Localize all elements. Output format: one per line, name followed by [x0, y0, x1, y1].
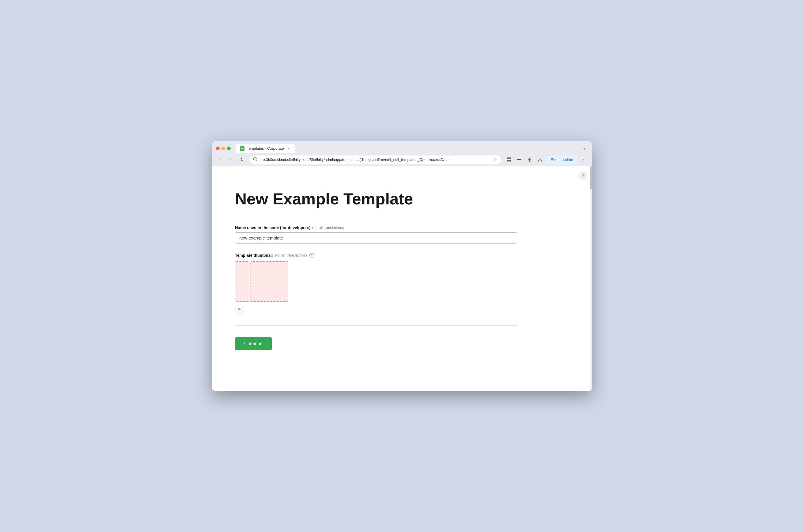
extensions-button[interactable] — [505, 155, 513, 164]
continue-button[interactable]: Continue — [235, 337, 272, 350]
tab-list-expand[interactable]: ∨ — [580, 145, 588, 153]
address-bar: ← → ↻ pro.3b0ce.cloud.sitefinity.com/Sit… — [212, 153, 592, 166]
finish-update-button[interactable]: Finish update — [546, 155, 578, 164]
svg-rect-6 — [517, 158, 521, 158]
new-tab-button[interactable]: + — [297, 145, 305, 153]
thumbnail-label: Template thumbnail (for all translations… — [235, 253, 517, 258]
scrollbar-thumb[interactable] — [590, 166, 592, 189]
page-title: New Example Template — [235, 189, 569, 208]
url-bar[interactable]: pro.3b0ce.cloud.sitefinity.com/Sitefinit… — [249, 155, 502, 164]
code-name-input[interactable] — [235, 232, 517, 244]
svg-rect-2 — [507, 157, 508, 159]
browser-window: Templates - Corporate × + ∨ ← → ↻ pro.3b… — [212, 141, 592, 391]
thumbnail-help-icon[interactable]: ? — [309, 253, 315, 258]
minimize-traffic-light[interactable] — [221, 147, 225, 150]
dialog-close-button[interactable]: × — [578, 171, 587, 180]
form-section: Name used in the code (for developers) (… — [235, 225, 517, 350]
edit-thumbnail-button[interactable]: ✏ — [235, 305, 244, 314]
tab-close-button[interactable]: × — [286, 146, 291, 151]
svg-rect-0 — [240, 147, 244, 150]
code-name-secondary: (for all translations) — [312, 225, 344, 230]
close-traffic-light[interactable] — [216, 147, 220, 150]
browser-menu-button[interactable]: ⋮ — [579, 155, 588, 164]
toolbar-actions: Finish update ⋮ — [505, 155, 588, 164]
svg-rect-8 — [517, 160, 521, 161]
page-wrapper: × New Example Template Name used in the … — [212, 166, 592, 391]
profile-button[interactable] — [536, 155, 544, 164]
bookmark-icon[interactable]: ☆ — [493, 157, 497, 162]
code-name-label: Name used in the code (for developers) (… — [235, 225, 517, 230]
page-content: × New Example Template Name used in the … — [212, 166, 592, 391]
svg-rect-4 — [507, 160, 508, 162]
thumbnail-small-preview — [235, 261, 249, 302]
thumbnail-container — [235, 261, 517, 302]
forward-button[interactable]: → — [227, 155, 235, 164]
back-button[interactable]: ← — [216, 155, 224, 164]
thumbnail-section: Template thumbnail (for all translations… — [235, 253, 517, 314]
tab-manager-button[interactable] — [515, 155, 524, 164]
svg-rect-3 — [509, 157, 511, 159]
download-button[interactable] — [525, 155, 534, 164]
tab-favicon-icon — [240, 146, 244, 151]
svg-point-9 — [539, 158, 541, 160]
scrollbar[interactable] — [590, 166, 592, 391]
thumbnail-secondary: (for all translations) — [275, 253, 307, 258]
section-divider — [235, 325, 517, 326]
tab-title: Templates - Corporate — [247, 146, 284, 151]
url-text: pro.3b0ce.cloud.sitefinity.com/Sitefinit… — [259, 157, 491, 162]
thumbnail-large-preview — [250, 261, 288, 302]
traffic-lights — [216, 147, 231, 150]
tab-row: Templates - Corporate × + ∨ — [216, 144, 588, 153]
title-bar: Templates - Corporate × + ∨ — [212, 141, 592, 153]
svg-rect-5 — [509, 160, 511, 162]
active-tab[interactable]: Templates - Corporate × — [236, 144, 295, 153]
code-name-field-group: Name used in the code (for developers) (… — [235, 225, 517, 244]
security-icon — [253, 157, 257, 162]
svg-rect-7 — [517, 159, 521, 160]
refresh-button[interactable]: ↻ — [238, 155, 246, 164]
maximize-traffic-light[interactable] — [227, 147, 231, 150]
